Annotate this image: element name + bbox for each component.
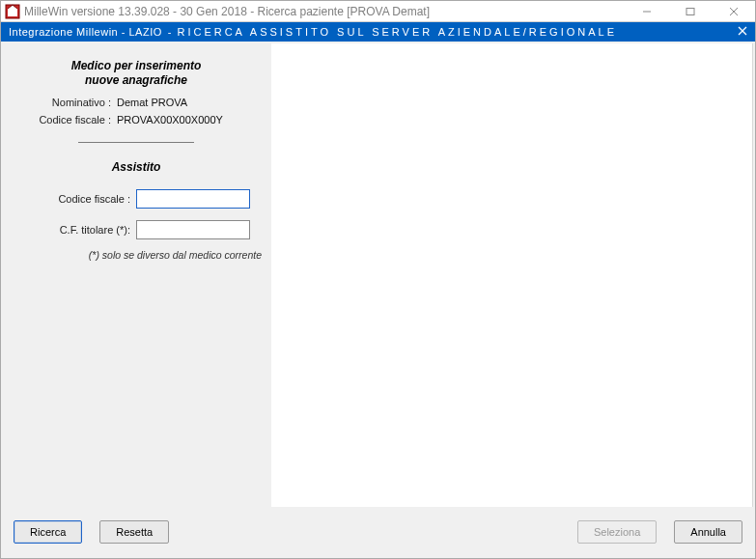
annulla-button-label: Annulla [690,526,726,538]
assistito-section-title: Assistito [11,160,262,174]
assistito-cf-input[interactable] [136,189,250,209]
svg-rect-1 [8,9,17,16]
medico-section-title: Medico per inserimento nuove anagrafiche [11,59,262,88]
left-panel: Medico per inserimento nuove anagrafiche… [1,42,271,558]
assistito-cftitolare-input[interactable] [136,220,250,239]
section-divider [78,142,194,143]
header-left: Integrazione Millewin - LAZIO [9,26,162,38]
resetta-button[interactable]: Resetta [99,520,169,544]
assistito-cftitolare-row: C.F. titolare (*): [11,220,262,239]
header-main: RICERCA ASSISTITO SUL SERVER AZIENDALE/R… [177,26,617,38]
header-dash: - [162,26,178,38]
ricerca-button-label: Ricerca [30,526,66,538]
seleziona-button: Seleziona [577,520,657,544]
assistito-cftitolare-label: C.F. titolare (*): [11,224,136,236]
os-titlebar: MilleWin versione 13.39.028 - 30 Gen 201… [1,1,755,22]
footer: Ricerca Resetta Seleziona Annulla [2,507,754,557]
assistito-cf-row: Codice fiscale : [11,189,262,209]
window-controls [625,1,755,22]
annulla-button[interactable]: Annulla [674,520,742,544]
window-title: MilleWin versione 13.39.028 - 30 Gen 201… [24,4,625,18]
app-body: Medico per inserimento nuove anagrafiche… [1,42,755,558]
medico-cf-value: PROVAX00X00X000Y [117,114,223,126]
app-icon [5,4,20,19]
seleziona-button-label: Seleziona [594,526,640,538]
medico-cf-row: Codice fiscale : PROVAX00X00X000Y [11,114,262,126]
app-header: Integrazione Millewin - LAZIO - RICERCA … [1,22,755,42]
assistito-cf-label: Codice fiscale : [11,193,136,205]
minimize-button[interactable] [625,1,668,22]
medico-nominativo-row: Nominativo : Demat PROVA [11,97,262,108]
ricerca-button[interactable]: Ricerca [14,520,82,544]
maximize-button[interactable] [668,1,712,22]
window: MilleWin versione 13.39.028 - 30 Gen 201… [0,0,756,559]
assistito-hint: (*) solo se diverso dal medico corrente [11,249,262,261]
close-window-button[interactable] [712,1,755,22]
header-close-button[interactable] [728,26,747,38]
resetta-button-label: Resetta [116,526,153,538]
medico-cf-label: Codice fiscale : [11,114,117,126]
svg-rect-3 [686,8,694,14]
medico-nominativo-label: Nominativo : [11,97,117,108]
medico-title-line1: Medico per inserimento [71,59,202,72]
results-panel [271,43,753,508]
medico-nominativo-value: Demat PROVA [117,97,187,108]
medico-title-line2: nuove anagrafiche [85,73,187,87]
